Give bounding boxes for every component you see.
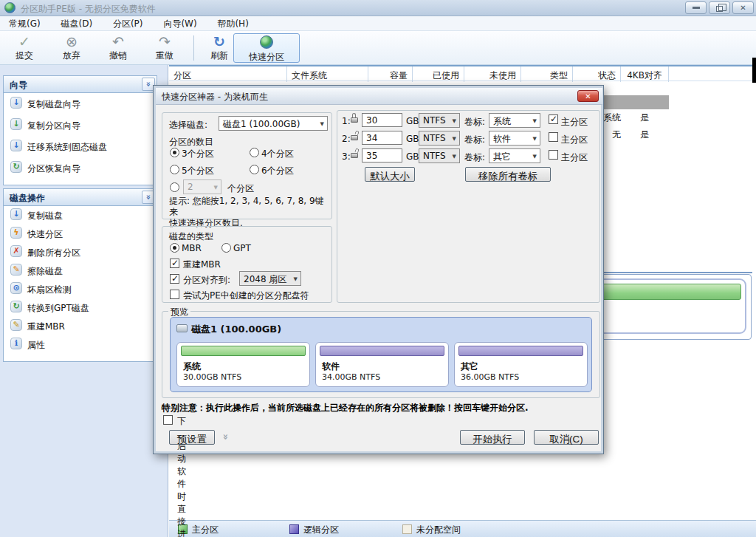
col-status[interactable]: 状态 [573,66,621,82]
sidebar-item-properties[interactable]: ℹ 属性 [4,335,157,354]
toolbar: ✓ 提交 ⊗ 放弃 ↶ 撤销 ↷ 重做 ↻ 刷新 快速分区 [0,31,756,65]
close-button[interactable]: ✕ [732,1,754,14]
disk-selection-group: 选择磁盘: 磁盘1 (100.00GB)▼ 分区的数目 3个分区 4个分区 5个… [162,112,332,219]
sidebar-item-bad-sector-test[interactable]: ⊙ 坏扇区检测 [4,280,157,298]
radio-4-partitions[interactable] [250,148,259,157]
radio-5-partitions[interactable] [170,165,179,174]
sidebar-item-convert-to-gpt[interactable]: ↻ 转换到GPT磁盘 [4,298,157,317]
cancel-button[interactable]: 取消(C) [534,430,599,445]
fs-dropdown-3[interactable]: NTFS▼ [419,148,460,163]
unlock-icon[interactable] [350,148,360,160]
partition-recovery-icon: ↻ [10,161,22,173]
window-title: 分区助手PE版 - 无损分区免费软件 [21,3,156,16]
sidebar-item-partition-recovery[interactable]: ↻ 分区恢复向导 [4,157,157,179]
sidebar-item-copy-disk-wizard[interactable]: ↓ 复制磁盘向导 [4,93,157,114]
sidebar-item-migrate-os[interactable]: ↓ 迁移系统到固态磁盘 [4,136,157,157]
col-capacity[interactable]: 容量 [368,66,413,82]
wizard-panel-header: 向导 « [4,76,157,93]
menu-disk[interactable]: 磁盘(D) [52,16,102,31]
partition-count-label: 分区的数目 [169,136,213,148]
col-used[interactable]: 已使用 [413,66,464,82]
legend-logical-partition: 逻辑分区 [289,524,339,536]
discard-icon: ⊗ [50,33,93,49]
preview-partition-system[interactable]: 系统 30.00GB NTFS [176,342,310,387]
start-button[interactable]: 开始执行 [460,430,525,445]
col-unused[interactable]: 未使用 [464,66,521,82]
remove-all-labels-button[interactable]: 移除所有卷标 [465,167,551,182]
disk-icon [176,324,188,332]
primary-checkbox-3[interactable] [549,150,558,160]
preview-partition-software[interactable]: 软件 34.00GB NTFS [315,342,449,387]
preset-button[interactable]: 预设置 [169,430,215,445]
preview-partition-other[interactable]: 其它 36.00GB NTFS [454,342,588,387]
quick-partition-icon [260,35,273,49]
radio-custom-count[interactable] [170,182,179,192]
col-partition[interactable]: 分区 [169,66,287,82]
volume-dropdown-2[interactable]: 软件▼ [489,131,540,146]
chevron-down-icon: ▼ [453,118,456,124]
menu-general[interactable]: 常规(G) [0,16,49,31]
volume-dropdown-3[interactable]: 其它▼ [489,148,540,163]
migrate-os-icon: ↓ [10,140,22,151]
close-icon: ✕ [740,4,746,12]
sidebar-item-copy-disk[interactable]: ↓ 复制磁盘 [4,206,157,225]
sidebar-item-rebuild-mbr[interactable]: ✎ 重建MBR [4,317,157,335]
align-checkbox[interactable] [170,274,179,284]
fs-dropdown-2[interactable]: NTFS▼ [419,131,460,146]
assign-letter-checkbox[interactable] [170,290,179,299]
radio-gpt[interactable] [221,243,231,253]
fs-dropdown-1[interactable]: NTFS▼ [419,113,460,128]
sidebar-item-quick-partition[interactable]: ϟ 快速分区 [4,225,157,243]
menu-bar: 常规(G) 磁盘(D) 分区(P) 向导(W) 帮助(H) [0,16,756,31]
dialog-title-bar[interactable]: 快速分区神器 - 为装机而生 ✕ [156,88,602,105]
col-4kb-align[interactable]: 4KB对齐 [621,66,669,82]
partition-bar-purple [458,346,583,356]
menu-wizard[interactable]: 向导(W) [154,16,205,31]
discard-button[interactable]: ⊗ 放弃 [50,33,93,63]
disk-select-dropdown[interactable]: 磁盘1 (100.00GB)▼ [219,116,328,131]
partition-bar-purple [320,346,444,356]
lock-icon[interactable] [350,112,360,124]
sidebar-item-delete-all-partitions[interactable]: ✗ 删除所有分区 [4,243,157,261]
volume-dropdown-1[interactable]: 系统▼ [489,113,540,128]
size-input-3[interactable]: 35 [362,148,402,163]
close-icon: ✕ [585,92,591,100]
undo-button[interactable]: ↶ 撤销 [97,33,140,63]
submit-button[interactable]: ✓ 提交 [3,33,46,63]
radio-mbr[interactable] [170,243,179,253]
quick-partition-button[interactable]: 快速分区 [233,33,300,63]
default-size-button[interactable]: 默认大小 [365,167,415,182]
radio-6-partitions[interactable] [250,165,259,174]
unlock-icon[interactable] [350,130,360,142]
unallocated-swatch-icon [402,524,412,534]
sidebar: 向导 « ↓ 复制磁盘向导 ↓ 复制分区向导 ↓ 迁移系统到固态磁盘 ↻ 分区恢… [0,65,168,537]
sidebar-item-wipe-disk[interactable]: ✎ 擦除磁盘 [4,261,157,280]
next-time-checkbox[interactable] [163,415,173,425]
radio-3-partitions[interactable] [170,148,179,157]
chevron-collapse-icon[interactable]: « [219,434,230,439]
menu-help[interactable]: 帮助(H) [208,16,257,31]
copy-partition-wizard-icon: ↓ [10,118,22,130]
delete-icon: ✗ [10,245,22,257]
primary-checkbox-2[interactable] [549,132,558,142]
app-logo-icon [4,2,16,13]
chevron-down-icon: ▼ [453,154,456,160]
size-input-2[interactable]: 34 [362,131,402,145]
menu-partition[interactable]: 分区(P) [104,16,152,31]
dialog-close-button[interactable]: ✕ [577,90,599,102]
col-type[interactable]: 类型 [521,66,573,82]
disk-type-label: 磁盘的类型 [169,230,213,243]
restore-button[interactable] [709,1,730,14]
align-dropdown[interactable]: 2048 扇区▼ [239,271,301,286]
rebuild-mbr-checkbox[interactable] [170,259,179,268]
redo-button[interactable]: ↷ 重做 [143,33,186,63]
restore-icon [716,6,723,12]
size-input-1[interactable]: 30 [362,113,402,127]
minimize-icon [693,7,700,9]
sidebar-item-copy-partition-wizard[interactable]: ↓ 复制分区向导 [4,114,157,136]
custom-count-dropdown[interactable]: 2▼ [183,179,221,194]
legend-unallocated-space: 未分配空间 [402,524,461,536]
primary-checkbox-1[interactable] [549,114,558,124]
col-filesystem[interactable]: 文件系统 [287,66,368,82]
minimize-button[interactable] [685,1,707,14]
